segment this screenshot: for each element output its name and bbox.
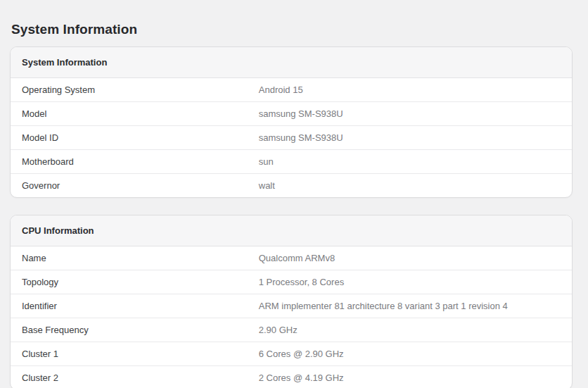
row-value: sun	[248, 150, 572, 173]
row-name: Name Qualcomm ARMv8	[11, 246, 572, 270]
cpu-information-card-header: CPU Information	[11, 215, 572, 246]
row-label: Operating System	[11, 78, 248, 101]
row-model-id: Model ID samsung SM-S938U	[11, 125, 572, 149]
row-value: samsung SM-S938U	[248, 102, 572, 125]
row-motherboard: Motherboard sun	[11, 149, 572, 173]
row-governor: Governor walt	[11, 173, 572, 197]
row-label: Identifier	[11, 294, 248, 318]
row-value: 2 Cores @ 4.19 GHz	[248, 366, 572, 388]
row-value: walt	[248, 174, 572, 197]
page-title: System Information	[11, 21, 573, 37]
row-model: Model samsung SM-S938U	[11, 101, 572, 125]
system-information-page: System Information System Information Op…	[0, 21, 588, 388]
row-label: Governor	[11, 174, 248, 197]
row-label: Cluster 2	[11, 366, 248, 388]
system-information-card-header: System Information	[11, 47, 572, 78]
row-value: ARM implementer 81 architecture 8 varian…	[248, 294, 572, 318]
row-value: 2.90 GHz	[248, 318, 572, 342]
row-label: Motherboard	[11, 150, 248, 173]
cpu-information-card: CPU Information Name Qualcomm ARMv8 Topo…	[10, 215, 573, 388]
row-value: 6 Cores @ 2.90 GHz	[248, 342, 572, 365]
system-information-card: System Information Operating System Andr…	[10, 46, 573, 198]
row-label: Topology	[11, 270, 248, 294]
row-topology: Topology 1 Processor, 8 Cores	[11, 270, 572, 294]
row-label: Name	[11, 246, 248, 270]
row-cluster-2: Cluster 2 2 Cores @ 4.19 GHz	[11, 365, 572, 388]
row-label: Model ID	[11, 126, 248, 149]
row-base-frequency: Base Frequency 2.90 GHz	[11, 318, 572, 342]
row-operating-system: Operating System Android 15	[11, 78, 572, 101]
row-value: Android 15	[248, 78, 572, 101]
row-cluster-1: Cluster 1 6 Cores @ 2.90 GHz	[11, 342, 572, 365]
system-information-card-body: Operating System Android 15 Model samsun…	[11, 78, 572, 197]
row-label: Cluster 1	[11, 342, 248, 365]
card-title: System Information	[22, 57, 107, 68]
card-title: CPU Information	[22, 225, 94, 236]
row-value: Qualcomm ARMv8	[248, 246, 572, 270]
row-value: samsung SM-S938U	[248, 126, 572, 149]
cpu-information-card-body: Name Qualcomm ARMv8 Topology 1 Processor…	[11, 246, 572, 388]
row-label: Model	[11, 102, 248, 125]
row-value: 1 Processor, 8 Cores	[248, 270, 572, 294]
row-label: Base Frequency	[11, 318, 248, 342]
row-identifier: Identifier ARM implementer 81 architectu…	[11, 294, 572, 318]
